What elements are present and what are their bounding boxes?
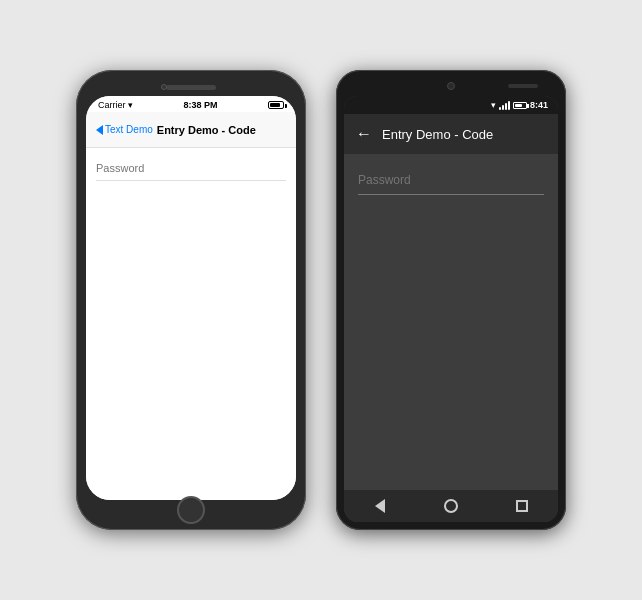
android-screen: ▾ 8:41 ← Entry Demo - Code (344, 96, 558, 522)
ios-nav-title: Entry Demo - Code (157, 124, 256, 136)
android-home-nav-icon (444, 499, 458, 513)
ios-battery-area (268, 101, 284, 109)
ios-status-bar: Carrier ▾ 8:38 PM (86, 96, 296, 112)
android-nav-bar (344, 490, 558, 522)
ios-back-chevron-icon (96, 125, 103, 135)
ios-time: 8:38 PM (184, 100, 218, 110)
android-battery-fill (515, 104, 522, 107)
android-recents-nav-icon (516, 500, 528, 512)
carrier-text: Carrier (98, 100, 126, 110)
ios-back-label: Text Demo (105, 124, 153, 135)
signal-bar-2 (502, 105, 504, 110)
android-wifi-icon: ▾ (491, 100, 496, 110)
android-status-icons: ▾ 8:41 (491, 100, 548, 110)
android-back-nav-icon (375, 499, 385, 513)
ios-battery-fill (270, 103, 280, 107)
android-home-nav-button[interactable] (436, 496, 466, 516)
android-status-bar: ▾ 8:41 (344, 96, 558, 114)
android-toolbar-title: Entry Demo - Code (382, 127, 493, 142)
android-recents-nav-button[interactable] (507, 496, 537, 516)
android-signal-icon (499, 101, 510, 110)
android-camera (447, 82, 455, 90)
ios-wifi-icon: ▾ (128, 100, 133, 110)
android-phone-device: ▾ 8:41 ← Entry Demo - Code (336, 70, 566, 530)
ios-password-input[interactable] (96, 156, 286, 181)
ios-speaker (166, 85, 216, 90)
android-time: 8:41 (530, 100, 548, 110)
signal-bar-4 (508, 101, 510, 110)
ios-notch-area (86, 80, 296, 94)
ios-content-area (86, 148, 296, 500)
ios-battery-icon (268, 101, 284, 109)
ios-home-button[interactable] (177, 496, 205, 524)
android-password-input[interactable] (358, 173, 544, 187)
ios-nav-bar: Text Demo Entry Demo - Code (86, 112, 296, 148)
android-back-nav-button[interactable] (365, 496, 395, 516)
signal-bar-3 (505, 103, 507, 110)
android-speaker (508, 84, 538, 88)
ios-camera (161, 84, 167, 90)
ios-home-area (86, 500, 296, 520)
android-battery-icon (513, 102, 527, 109)
ios-carrier: Carrier ▾ (98, 100, 133, 110)
android-content-area (344, 154, 558, 490)
android-top-bar (344, 78, 558, 96)
android-back-button[interactable]: ← (356, 126, 372, 142)
ios-back-button[interactable]: Text Demo (96, 124, 153, 135)
signal-bar-1 (499, 107, 501, 110)
android-toolbar: ← Entry Demo - Code (344, 114, 558, 154)
android-password-row (358, 170, 544, 195)
ios-phone-device: Carrier ▾ 8:38 PM Text Demo Entry Demo -… (76, 70, 306, 530)
ios-screen: Carrier ▾ 8:38 PM Text Demo Entry Demo -… (86, 96, 296, 500)
